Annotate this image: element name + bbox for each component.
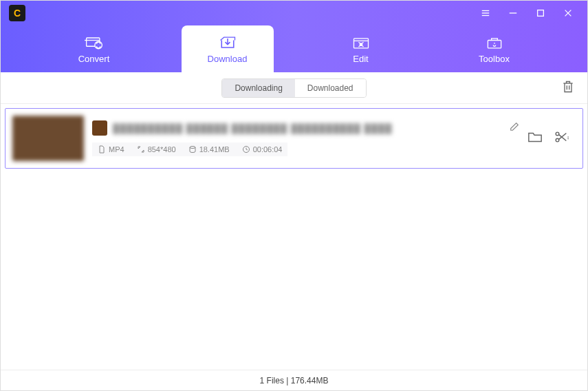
toolbox-icon (485, 34, 504, 51)
convert-icon (85, 34, 104, 51)
storage-icon (188, 145, 197, 154)
maximize-button[interactable] (527, 1, 554, 25)
tab-label: Toolbox (479, 54, 510, 64)
file-meta: MP4 854*480 18.41MB 00:06:04 (92, 142, 287, 156)
svg-rect-14 (488, 40, 501, 47)
tab-label: Download (208, 54, 248, 64)
svg-rect-4 (538, 10, 544, 17)
menu-button[interactable] (472, 1, 499, 25)
file-icon (98, 145, 106, 154)
sub-toolbar: Downloading Downloaded (1, 72, 587, 104)
svg-point-13 (360, 43, 362, 45)
tab-toolbox[interactable]: Toolbox (448, 25, 541, 72)
trash-icon (561, 80, 575, 94)
video-thumbnail (12, 116, 84, 161)
resolution-icon (137, 145, 145, 154)
maximize-icon (536, 8, 545, 18)
close-icon (563, 8, 573, 18)
hamburger-icon (481, 8, 490, 18)
open-folder-button[interactable] (527, 130, 543, 147)
app-logo-letter: C (14, 8, 21, 19)
tab-download[interactable]: Download (182, 25, 274, 72)
download-icon (218, 34, 237, 51)
meta-resolution: 854*480 (137, 145, 176, 154)
edit-title-button[interactable] (510, 122, 519, 134)
downloads-list: ██████████ ██████ ████████ ██████████ ██… (1, 104, 587, 370)
source-badge (92, 120, 107, 136)
svg-line-22 (558, 134, 566, 140)
nav-tabs: Convert Download Edit Toolbox (1, 25, 587, 72)
app-header: C Convert Download Edit Tool (1, 1, 587, 72)
sub-tabs: Downloading Downloaded (221, 78, 366, 98)
app-logo: C (9, 5, 25, 21)
tab-label: Edit (353, 54, 368, 64)
tab-label: Convert (78, 54, 110, 64)
file-title: ██████████ ██████ ████████ ██████████ ██… (113, 123, 504, 134)
svg-point-9 (94, 41, 102, 49)
tab-convert[interactable]: Convert (48, 25, 140, 72)
clear-all-button[interactable] (561, 80, 575, 96)
status-text: 1 Files | 176.44MB (260, 376, 329, 385)
subtab-downloaded[interactable]: Downloaded (295, 79, 366, 97)
edit-icon (351, 34, 371, 51)
row-actions (527, 130, 576, 147)
subtab-downloading[interactable]: Downloading (222, 79, 294, 97)
status-bar: 1 Files | 176.44MB (1, 370, 587, 390)
tools-dropdown-button[interactable] (554, 130, 569, 147)
svg-point-17 (190, 147, 195, 149)
file-info: ██████████ ██████ ████████ ██████████ ██… (92, 120, 519, 156)
pencil-icon (510, 122, 519, 131)
folder-icon (527, 130, 543, 144)
tab-edit[interactable]: Edit (315, 25, 407, 72)
download-item[interactable]: ██████████ ██████ ████████ ██████████ ██… (5, 108, 583, 169)
scissors-icon (554, 130, 569, 144)
meta-format: MP4 (98, 145, 124, 154)
meta-size: 18.41MB (188, 145, 230, 154)
clock-icon (242, 145, 250, 154)
minimize-button[interactable] (499, 1, 527, 25)
close-button[interactable] (554, 1, 582, 25)
titlebar: C (1, 1, 587, 25)
meta-duration: 00:06:04 (242, 145, 283, 154)
svg-line-21 (558, 134, 566, 140)
minimize-icon (508, 8, 518, 18)
